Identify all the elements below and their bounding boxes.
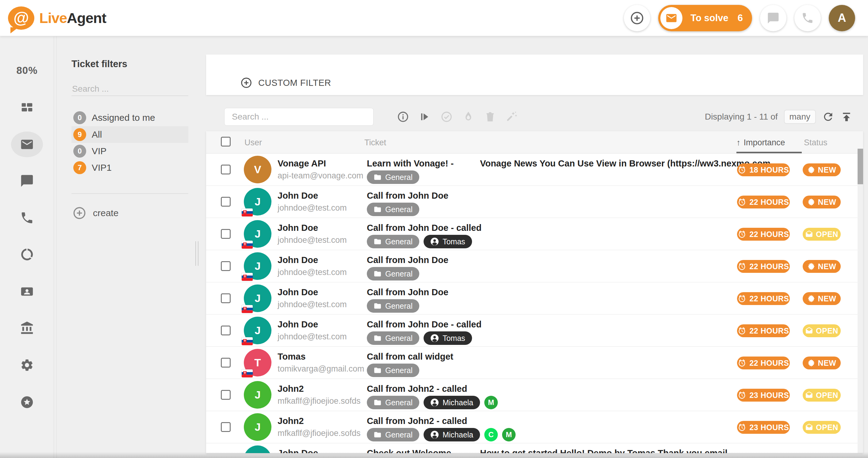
table-scrollbar[interactable]: [858, 154, 863, 453]
ticket-title[interactable]: Call from John Doe: [367, 255, 448, 265]
ticket-search-input[interactable]: [224, 108, 374, 126]
row-checkbox[interactable]: [221, 197, 231, 207]
magic-wand-icon[interactable]: [506, 111, 518, 123]
slovakia-flag-icon: [242, 305, 253, 313]
refresh-icon[interactable]: [822, 111, 834, 123]
sidebar-item-chats[interactable]: [0, 166, 54, 196]
agent-tag[interactable]: Tomas: [424, 331, 472, 345]
flame-icon[interactable]: [462, 111, 474, 123]
filter-label: Assigned to me: [92, 112, 155, 123]
ticket-filters-panel: Ticket filters 0 Assigned to me 9 All 0 …: [56, 36, 203, 458]
status-badge: NEW: [803, 196, 841, 208]
sidebar-item-tickets[interactable]: [0, 129, 54, 160]
sidebar-item-premium[interactable]: [0, 387, 54, 418]
column-status[interactable]: Status: [804, 138, 828, 148]
agent-tag[interactable]: Michaela: [424, 396, 480, 409]
table-row[interactable]: J John Doe johndoe@test.com Call from Jo…: [206, 186, 863, 218]
table-row[interactable]: V Vonage API api-team@vonage.com Learn w…: [206, 154, 863, 186]
sidebar-item-calls[interactable]: [0, 203, 54, 233]
envelope-icon: [665, 12, 678, 24]
column-importance[interactable]: ↑Importance: [737, 138, 785, 148]
sidebar-item-contacts[interactable]: [0, 276, 54, 307]
chats-button[interactable]: [760, 5, 786, 31]
department-tag[interactable]: General: [367, 203, 419, 216]
alarm-clock-icon: [738, 166, 746, 174]
agent-tag[interactable]: Tomas: [424, 235, 472, 248]
department-tag[interactable]: General: [367, 299, 419, 313]
sidebar-item-settings[interactable]: [0, 350, 54, 381]
filter-item-vip1[interactable]: 7 VIP1: [71, 159, 188, 176]
select-all-checkbox[interactable]: [221, 137, 231, 146]
table-row[interactable]: J John Doe johndoe@test.com Call from Jo…: [206, 282, 863, 315]
department-tag[interactable]: General: [367, 428, 419, 441]
filter-search-input[interactable]: [71, 82, 188, 96]
to-solve-button[interactable]: To solve 6: [658, 5, 752, 31]
delete-icon[interactable]: [484, 111, 496, 123]
row-checkbox[interactable]: [221, 293, 231, 303]
table-row[interactable]: J John Doe johndoe@test.com Call from Jo…: [206, 250, 863, 282]
user-email: johndoe@test.com: [278, 203, 347, 213]
row-checkbox[interactable]: [221, 358, 231, 367]
sidebar-item-reports[interactable]: [0, 239, 54, 270]
add-button[interactable]: [624, 5, 650, 31]
ticket-title[interactable]: Call from John Doe: [367, 287, 448, 297]
department-tag[interactable]: General: [367, 364, 419, 377]
filter-item-assigned-to-me[interactable]: 0 Assigned to me: [71, 109, 188, 126]
info-icon[interactable]: [397, 111, 409, 123]
ticket-title[interactable]: Call from John Doe - called: [367, 223, 482, 233]
row-checkbox[interactable]: [221, 326, 231, 335]
row-checkbox[interactable]: [221, 390, 231, 400]
scroll-to-top-icon[interactable]: [840, 111, 852, 123]
resolve-check-icon[interactable]: [440, 111, 453, 123]
table-row[interactable]: T Tomas tomikvarga@gmail.com Call from c…: [206, 347, 863, 379]
table-row[interactable]: J John Doe johndoe@test.com Call from Jo…: [206, 315, 863, 347]
ticket-title[interactable]: Call from John Doe - called: [367, 320, 482, 330]
create-filter-button[interactable]: create: [73, 205, 118, 221]
department-tag[interactable]: General: [367, 331, 419, 345]
ticket-title[interactable]: Learn with Vonage! -Vonage News You Can …: [367, 159, 454, 169]
participant-badge[interactable]: M: [484, 396, 498, 409]
avatar: J: [244, 285, 272, 312]
row-checkbox[interactable]: [221, 261, 231, 271]
row-checkbox[interactable]: [221, 165, 231, 174]
department-tag[interactable]: General: [367, 396, 419, 409]
sidebar-item-company[interactable]: [0, 313, 54, 344]
table-row[interactable]: J John2 mfkaflf@jfioejioe.sofds Call fro…: [206, 379, 863, 411]
table-row[interactable]: J John2 mfkaflf@jfioejioe.sofds Call fro…: [206, 411, 863, 443]
scrollbar-thumb[interactable]: [858, 149, 863, 184]
panel-resize-handle[interactable]: [195, 241, 198, 266]
phone-icon: [20, 211, 34, 225]
new-burst-icon: [807, 295, 815, 302]
alarm-clock-icon: [738, 294, 746, 303]
column-user[interactable]: User: [244, 138, 262, 148]
ticket-title[interactable]: Call from call widget: [367, 352, 453, 362]
total-count-button[interactable]: many: [784, 110, 816, 124]
plus-circle-icon: [241, 77, 252, 89]
department-tag[interactable]: General: [367, 235, 419, 248]
calls-button[interactable]: [795, 5, 821, 31]
ticket-title[interactable]: Call from John Doe: [367, 191, 448, 201]
table-row[interactable]: J John Doe johndoe@test.com Call from Jo…: [206, 218, 863, 250]
profile-avatar[interactable]: A: [829, 5, 855, 31]
status-badge: NEW: [803, 292, 841, 305]
agent-tag[interactable]: Michaela: [424, 428, 480, 441]
donut-chart-icon: [20, 248, 34, 261]
alarm-clock-icon: [738, 359, 746, 367]
ticket-title[interactable]: Call from John2 - called: [367, 384, 467, 394]
resume-icon[interactable]: [418, 111, 431, 123]
row-checkbox[interactable]: [221, 229, 231, 239]
filter-item-vip[interactable]: 0 VIP: [71, 143, 188, 159]
custom-filter-button[interactable]: CUSTOM FILTER: [241, 70, 331, 95]
participant-badge[interactable]: C: [484, 428, 498, 441]
ticket-title[interactable]: Call from John2 - called: [367, 416, 467, 426]
column-ticket[interactable]: Ticket: [364, 138, 386, 148]
bulk-action-toolbar: [397, 108, 518, 126]
department-tag[interactable]: General: [367, 267, 419, 281]
status-badge: NEW: [803, 260, 841, 273]
filter-item-all[interactable]: 9 All: [71, 126, 188, 143]
row-checkbox[interactable]: [221, 422, 231, 432]
participant-badge[interactable]: M: [502, 428, 516, 441]
sidebar-item-dashboard[interactable]: [0, 92, 54, 123]
age-badge: 23 HOURS: [737, 389, 790, 402]
department-tag[interactable]: General: [367, 170, 419, 184]
